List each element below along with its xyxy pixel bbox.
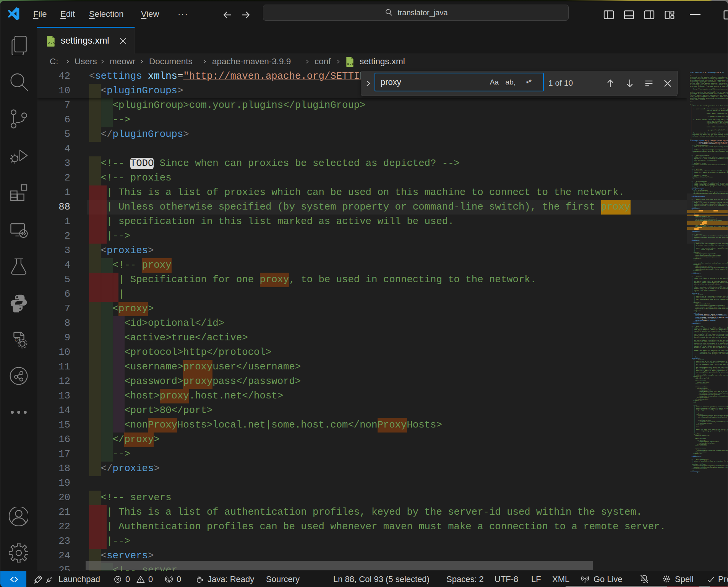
svg-text:C++: C++: [15, 337, 23, 343]
svg-text:<·>: <·>: [347, 62, 354, 67]
svg-text:<·>: <·>: [48, 41, 55, 46]
